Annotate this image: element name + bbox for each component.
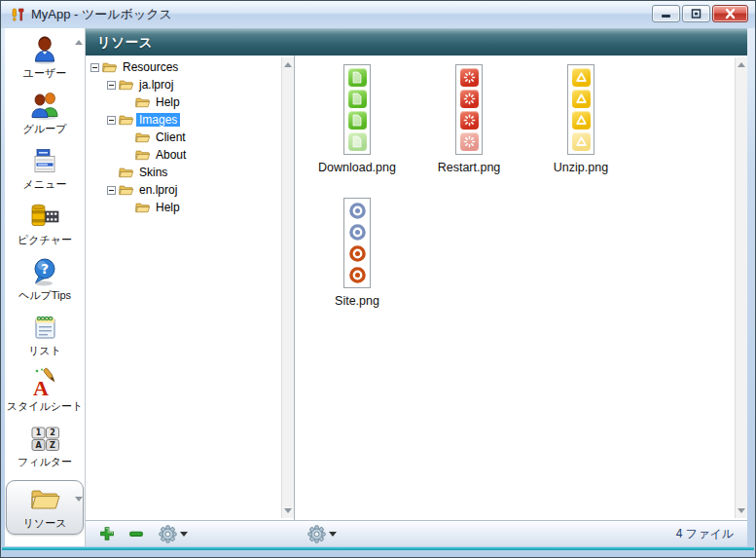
scroll-down-icon[interactable] (738, 508, 745, 513)
file-name: Site.png (303, 294, 412, 308)
tree-node-images[interactable]: Images (86, 111, 280, 129)
minimize-button[interactable] (652, 5, 680, 22)
sidebar-item-filters[interactable]: 1 2 A Z フィルター (7, 423, 83, 478)
view-actions-dropdown[interactable] (329, 532, 337, 537)
file-thumbnail (455, 64, 483, 155)
sidebar-item-stylesheets[interactable]: A スタイルシート (7, 367, 83, 423)
app-window: MyApp - ツールボックス (0, 0, 756, 558)
tree-scrollbar[interactable] (281, 57, 294, 518)
scroll-up-icon[interactable] (284, 62, 292, 67)
tree-node-help-en[interactable]: Help (86, 199, 280, 216)
tree-node-skins[interactable]: Skins (86, 164, 280, 181)
main-area: リソース Resources (86, 28, 747, 546)
file-name: Restart.png (414, 161, 523, 174)
tree-node-label: Help (153, 201, 183, 214)
sidebar-scroll-up-icon[interactable] (75, 40, 83, 45)
bottom-toolbar: 4 ファイル (86, 520, 747, 546)
file-item-unzip[interactable]: Unzip.png (526, 64, 635, 174)
svg-text:?: ? (41, 261, 49, 277)
collapse-icon[interactable] (107, 81, 116, 90)
tree-node-label: About (153, 148, 189, 162)
sidebar-item-menus[interactable]: メニュー (7, 145, 83, 201)
tree-node-label: Skins (136, 166, 170, 179)
folder-icon (119, 167, 133, 179)
svg-text:A: A (35, 441, 42, 450)
tree-node-ja-lproj[interactable]: ja.lproj (86, 76, 280, 93)
menu-icon (29, 145, 60, 176)
content-scrollbar[interactable] (735, 57, 747, 518)
sidebar-item-lists[interactable]: リスト (7, 312, 83, 367)
folder-icon (119, 79, 133, 92)
sidebar-scroll-down-icon[interactable] (75, 497, 83, 502)
file-list-panel: Download.png Restart.png (295, 56, 747, 520)
help-tips-icon: ? (29, 256, 60, 287)
sidebar-item-groups[interactable]: グループ (7, 90, 83, 145)
file-item-download[interactable]: Download.png (303, 64, 412, 174)
gear-icon (307, 525, 326, 543)
svg-text:Z: Z (50, 441, 55, 450)
bottom-accent-bar (2, 547, 754, 550)
gear-icon (159, 525, 177, 543)
sidebar-item-label: グループ (23, 122, 67, 136)
collapse-icon[interactable] (107, 116, 116, 125)
folder-icon (135, 96, 150, 109)
sidebar-item-label: ピクチャー (18, 233, 72, 247)
tree-node-resources[interactable]: Resources (86, 58, 280, 76)
folder-icon (135, 131, 150, 144)
folder-icon (135, 202, 150, 214)
minimize-icon (658, 7, 674, 20)
tree-node-client[interactable]: Client (86, 129, 280, 146)
maximize-button[interactable] (682, 5, 710, 22)
minus-icon (127, 525, 145, 542)
sidebar-item-label: メニュー (23, 177, 67, 192)
scroll-up-icon[interactable] (738, 62, 745, 67)
tree-node-label: ja.lproj (136, 78, 176, 92)
file-item-site[interactable]: Site.png (303, 198, 412, 308)
folder-icon (29, 484, 60, 515)
panel-title: リソース (97, 34, 153, 52)
close-icon (722, 7, 738, 20)
folder-icon (119, 114, 133, 127)
list-icon (29, 312, 60, 343)
file-thumbnail (343, 198, 371, 288)
sidebar-item-resources[interactable]: リソース (6, 480, 84, 535)
view-actions-button[interactable] (306, 524, 326, 543)
close-button[interactable] (712, 5, 748, 22)
sidebar-item-label: リスト (28, 344, 61, 358)
titlebar[interactable]: MyApp - ツールボックス (1, 1, 755, 28)
dropdown-arrow-icon (329, 532, 337, 537)
file-item-restart[interactable]: Restart.png (414, 64, 523, 174)
folder-icon (102, 61, 117, 74)
dropdown-arrow-icon (180, 532, 188, 537)
sidebar-item-users[interactable]: ユーザー (7, 34, 83, 90)
scroll-down-icon[interactable] (284, 508, 292, 513)
sidebar: ユーザー グループ メニ (5, 28, 86, 546)
file-thumbnail (567, 64, 594, 155)
sidebar-item-help-tips[interactable]: ? ヘルプTips (7, 256, 83, 312)
file-thumbnail (343, 64, 371, 155)
add-button[interactable] (97, 524, 117, 543)
remove-button[interactable] (126, 524, 146, 543)
tree-node-about[interactable]: About (86, 146, 280, 164)
file-name: Download.png (303, 161, 412, 174)
user-icon (29, 34, 60, 65)
filter-icon: 1 2 A Z (29, 423, 60, 454)
file-name: Unzip.png (526, 161, 635, 174)
tree-actions-button[interactable] (158, 524, 177, 543)
svg-text:A: A (33, 376, 49, 398)
tree-node-label: Help (153, 95, 183, 109)
sidebar-item-pictures[interactable]: ピクチャー (7, 201, 83, 256)
panel-header: リソース (86, 28, 747, 56)
collapse-icon[interactable] (107, 186, 116, 195)
window-title: MyApp - ツールボックス (31, 6, 172, 23)
maximize-icon (688, 7, 704, 20)
collapse-icon[interactable] (90, 63, 99, 72)
tree-node-help-ja[interactable]: Help (86, 93, 280, 111)
sidebar-item-label: フィルター (18, 455, 72, 469)
folder-icon (119, 184, 133, 197)
sidebar-item-label: スタイルシート (7, 399, 84, 414)
tree-actions-dropdown[interactable] (180, 532, 188, 537)
svg-text:1: 1 (36, 428, 42, 437)
picture-icon (29, 201, 60, 232)
tree-node-en-lproj[interactable]: en.lproj (86, 181, 280, 199)
